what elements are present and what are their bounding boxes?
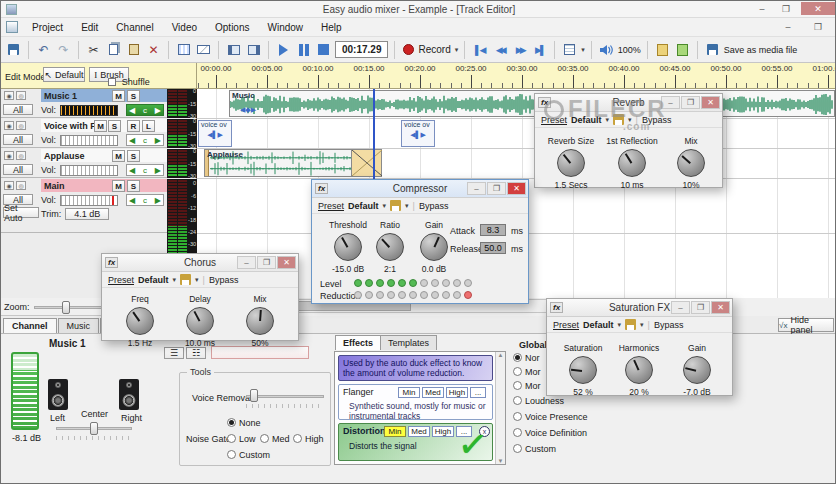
solo-button[interactable]: S (108, 120, 121, 132)
envelope-handle-icon[interactable]: ◀◆▶ (240, 106, 256, 114)
volume-slider[interactable] (60, 195, 118, 206)
menu-window[interactable]: Window (259, 20, 313, 35)
tab-effects[interactable]: Effects (335, 335, 381, 350)
nudge-center-label[interactable]: c (143, 106, 147, 115)
minimize-button[interactable]: – (467, 182, 486, 195)
pause-button[interactable] (295, 41, 312, 58)
preset-dropdown-icon[interactable]: ▾ (173, 276, 177, 284)
menu-help[interactable]: Help (312, 20, 351, 35)
preset-value[interactable]: Default (348, 201, 379, 211)
nudge-control[interactable]: ◀ c ▶ (126, 164, 164, 176)
trim-value-button[interactable]: 4.1 dB (65, 208, 109, 220)
save-dropdown-icon[interactable]: ▾ (405, 202, 409, 210)
grid-icon[interactable] (561, 41, 578, 58)
tab-channel[interactable]: Channel (3, 318, 57, 333)
mixer-icon[interactable] (175, 41, 192, 58)
menu-video[interactable]: Video (163, 20, 206, 35)
record-arm-button[interactable]: R (127, 120, 140, 132)
nudge-center-label[interactable]: c (143, 166, 147, 175)
noise-gate-none-radio[interactable]: None (227, 417, 261, 428)
volume-slider[interactable] (60, 105, 118, 116)
mix-knob[interactable] (677, 149, 705, 177)
preset-menu[interactable]: Preset (541, 115, 567, 125)
track-output-icon[interactable]: ◉ (4, 91, 14, 100)
tab-templates[interactable]: Templates (380, 335, 437, 350)
track-monitor-icon[interactable]: ◎ (16, 181, 26, 190)
mdi-minimize-button[interactable]: – (777, 20, 799, 33)
saturation-dialog[interactable]: fx Saturation FX –❐✕ Preset Default ▾ ▾ … (546, 298, 733, 396)
nudge-right-icon[interactable]: ▶ (155, 166, 161, 175)
restore-button[interactable]: ❐ (775, 2, 797, 15)
yellow-page-icon[interactable] (654, 41, 671, 58)
med-button[interactable]: Med (422, 387, 444, 398)
split-clip-icon[interactable] (225, 41, 242, 58)
skip-start-icon[interactable]: ▌◀ (471, 41, 488, 58)
menu-project[interactable]: Project (23, 20, 72, 35)
tab-music[interactable]: Music (58, 318, 100, 333)
nudge-control[interactable]: ◀ c ▶ (126, 194, 164, 206)
restore-button[interactable]: ❐ (257, 256, 276, 269)
global-radio-2[interactable]: Mor (513, 366, 541, 377)
default-mode-button[interactable]: ↖Default (43, 67, 85, 82)
global-radio-1[interactable]: Nor (513, 352, 540, 363)
dialog-title-bar[interactable]: fx Reverb –❐✕ (535, 94, 722, 112)
track-monitor-icon[interactable]: ◎ (16, 151, 26, 160)
skip-end-icon[interactable]: ▶▌ (531, 41, 548, 58)
preset-value[interactable]: Default (583, 320, 614, 330)
set-auto-button[interactable]: Set Auto (3, 207, 39, 218)
paste-icon[interactable] (125, 41, 142, 58)
menu-options[interactable]: Options (206, 20, 258, 35)
delete-icon[interactable]: ✕ (145, 41, 162, 58)
threshold-knob[interactable] (334, 233, 362, 261)
nudge-right-icon[interactable]: ▶ (155, 136, 161, 145)
chorus-dialog[interactable]: fx Chorus –❐✕ Preset Default ▾ ▾ | Bypas… (101, 253, 299, 341)
nudge-right-icon[interactable]: ▶ (155, 196, 161, 205)
save-preset-icon[interactable] (390, 200, 401, 211)
gain-knob[interactable] (420, 233, 448, 261)
preset-value[interactable]: Default (138, 275, 169, 285)
preset-menu[interactable]: Preset (553, 320, 579, 330)
gain-knob[interactable] (683, 356, 711, 384)
volume-slider[interactable] (60, 165, 118, 176)
close-button[interactable]: ✕ (507, 182, 526, 195)
nudge-left-icon[interactable]: ◀ (129, 136, 135, 145)
preset-dropdown-icon[interactable]: ▾ (618, 321, 622, 329)
track-output-icon[interactable]: ◉ (4, 181, 14, 190)
save-preset-icon[interactable] (625, 319, 636, 330)
delay-knob[interactable] (186, 307, 214, 335)
preset-menu[interactable]: Preset (318, 201, 344, 211)
nudge-control[interactable]: ◀ c ▶ (126, 104, 164, 116)
track-name-bar[interactable]: Voice with FX M S R L (41, 119, 167, 132)
mute-button[interactable]: M (112, 90, 125, 102)
track-name-bar[interactable]: Applause M S (41, 149, 167, 162)
dialog-title-bar[interactable]: fx Compressor –❐✕ (312, 180, 528, 198)
save-dropdown-icon[interactable]: ▾ (640, 321, 644, 329)
mute-button[interactable]: M (112, 150, 125, 162)
solo-button[interactable]: S (127, 90, 140, 102)
bypass-menu[interactable]: Bypass (654, 320, 684, 330)
menu-edit[interactable]: Edit (72, 20, 107, 35)
join-clip-icon[interactable] (245, 41, 262, 58)
save-media-label[interactable]: Save as media file (724, 45, 798, 55)
track-output-icon[interactable]: ◉ (4, 121, 14, 130)
clip-music[interactable]: Music ◀◆▶ (229, 90, 835, 117)
clip-fade-region[interactable] (351, 150, 381, 176)
bypass-menu[interactable]: Bypass (419, 201, 449, 211)
envelope-icon[interactable] (195, 41, 212, 58)
bypass-menu[interactable]: Bypass (209, 275, 239, 285)
effect-item-flanger[interactable]: Flanger MinMedHigh... Synthetic sound, m… (338, 384, 493, 420)
track-name-bar[interactable]: Main M S (41, 179, 167, 192)
save-dropdown-icon[interactable]: ▾ (628, 116, 632, 124)
restore-button[interactable]: ❐ (487, 182, 506, 195)
global-radio-voice-definition[interactable]: Voice Definition (513, 427, 587, 438)
solo-button[interactable]: S (127, 180, 140, 192)
cut-icon[interactable]: ✂ (85, 41, 102, 58)
med-button[interactable]: Med (408, 426, 430, 437)
track-output-icon[interactable]: ◉ (4, 151, 14, 160)
copy-icon[interactable] (105, 41, 122, 58)
clip-voice-1[interactable]: voice ov ◀▌▶ (198, 120, 232, 147)
record-label[interactable]: Record (418, 44, 450, 55)
save-dropdown-icon[interactable]: ▾ (195, 276, 199, 284)
min-button[interactable]: Min (384, 426, 406, 437)
solo-button[interactable]: S (127, 150, 140, 162)
